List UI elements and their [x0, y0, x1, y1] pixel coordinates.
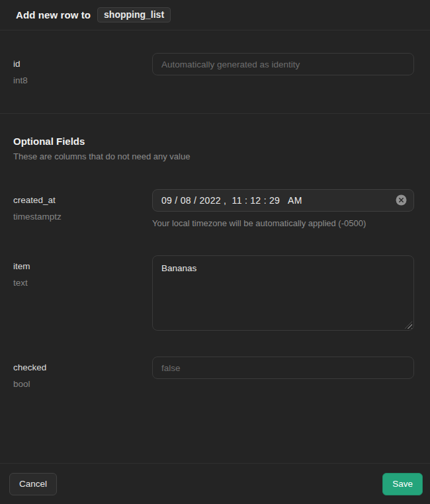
- field-type-id: int8: [13, 75, 152, 85]
- checked-input[interactable]: [152, 357, 414, 379]
- optional-fields-section: Optional Fields These are columns that d…: [0, 114, 430, 389]
- field-type-created-at: timestamptz: [13, 212, 152, 222]
- circle-x-icon: [396, 198, 407, 208]
- save-button[interactable]: Save: [382, 473, 423, 495]
- field-row-id: id int8: [13, 53, 414, 85]
- table-name-badge: shopping_list: [97, 7, 171, 22]
- optional-fields-subtitle: These are columns that do not need any v…: [13, 151, 414, 161]
- panel-header: Add new row to shopping_list: [0, 0, 430, 30]
- optional-fields-title: Optional Fields: [13, 136, 414, 147]
- field-type-item: text: [13, 278, 152, 288]
- required-fields-section: id int8: [0, 30, 430, 114]
- created-at-input[interactable]: [152, 189, 414, 212]
- field-row-created-at: created_at timestamptz Your local timezo…: [13, 189, 414, 228]
- panel-footer: Cancel Save: [0, 463, 430, 504]
- field-name-checked: checked: [13, 362, 152, 372]
- field-row-item: item text Bananas: [13, 255, 414, 331]
- timezone-helper-text: Your local timezone will be automaticall…: [152, 218, 414, 228]
- field-type-checked: bool: [13, 379, 152, 389]
- cancel-button[interactable]: Cancel: [9, 473, 57, 495]
- field-name-item: item: [13, 261, 152, 271]
- field-name-created-at: created_at: [13, 195, 152, 205]
- item-textarea[interactable]: Bananas: [152, 255, 414, 331]
- field-name-id: id: [13, 59, 152, 69]
- clear-datetime-button[interactable]: [396, 194, 407, 206]
- panel-title: Add new row to: [16, 9, 91, 21]
- id-input[interactable]: [152, 53, 414, 75]
- add-row-panel: Add new row to shopping_list id int8 Opt…: [0, 0, 430, 504]
- field-row-checked: checked bool: [13, 357, 414, 389]
